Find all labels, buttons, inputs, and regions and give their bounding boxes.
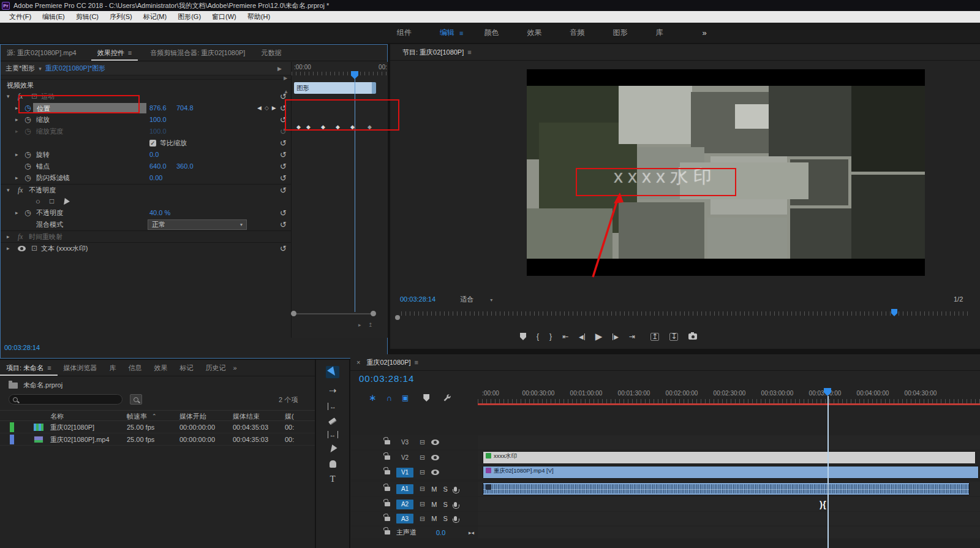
twirl-right-icon[interactable]: ▸ (15, 102, 18, 114)
keyframe-icon[interactable]: ◆ (350, 124, 355, 130)
uniform-scale-row[interactable]: ✓ 等比缩放 ↺ (1, 137, 291, 149)
lock-icon[interactable] (385, 455, 390, 460)
wrench-icon[interactable] (443, 394, 451, 402)
menu-file[interactable]: 文件(F) (4, 12, 37, 21)
timeline-ruler[interactable]: :00:00 00:00:30:00 00:01:00:00 00:01:30:… (478, 389, 980, 405)
pane-play-icon[interactable]: ▶ (284, 75, 287, 81)
play-audio-icon[interactable]: ▸ (358, 322, 361, 328)
razor-tool[interactable] (326, 415, 339, 427)
solo-button[interactable]: S (443, 485, 447, 493)
keyframe-icon[interactable]: ◆ (368, 124, 372, 130)
selection-tool[interactable] (326, 366, 339, 378)
linked-selection-icon[interactable]: ▣ (402, 394, 409, 402)
project-row-sequence[interactable]: 重庆02[1080P] 25.00 fps 00:00:00:00 00:04:… (0, 421, 315, 433)
eye-icon[interactable] (431, 455, 439, 460)
step-forward-button[interactable]: ▶ (612, 333, 619, 340)
export-icon[interactable]: ↥ (368, 322, 373, 328)
track-lane-master[interactable] (478, 527, 980, 538)
rotation-value[interactable]: 0.0 (149, 149, 159, 161)
graphics-clip-bar[interactable]: 图形 (294, 82, 376, 94)
track-header-a1[interactable]: A1 ⊟ M S (350, 482, 478, 496)
lock-icon[interactable] (385, 517, 390, 521)
anchor-x-value[interactable]: 640.0 (149, 161, 167, 172)
track-badge[interactable]: V3 (396, 438, 413, 447)
stopwatch-icon[interactable]: ◷ (24, 114, 31, 126)
time-remap-row[interactable]: ▸ fx 时间重映射 (1, 230, 291, 242)
twirl-down-icon[interactable]: ▾ (7, 91, 10, 102)
menu-window[interactable]: 窗口(W) (206, 12, 242, 21)
play-toggle-icon[interactable]: ▶ (277, 66, 282, 72)
menu-marker[interactable]: 标记(M) (138, 12, 173, 21)
track-badge[interactable]: A1 (396, 484, 413, 494)
track-settings-icon[interactable]: ⊟ (420, 438, 425, 446)
scroll-handle-icon[interactable] (291, 311, 296, 316)
keyframe-icon[interactable]: ◆ (336, 124, 340, 130)
pen-tool[interactable] (326, 443, 339, 455)
mute-button[interactable]: M (431, 485, 437, 493)
lock-icon[interactable] (385, 502, 390, 506)
tab-history[interactable]: 历史记 (200, 360, 232, 376)
slip-tool[interactable]: ↔ (326, 428, 339, 441)
master-level-value[interactable]: 0.0 (436, 529, 445, 536)
track-settings-icon[interactable]: ⊟ (420, 468, 425, 476)
extract-button[interactable]: ↧ (669, 333, 678, 341)
keyframe-icon[interactable]: ◆ (321, 124, 325, 130)
reset-icon[interactable]: ↺ (280, 207, 287, 219)
opacity-param-row[interactable]: ▸ ◷ 不透明度 40.0 % ↺ (1, 207, 291, 219)
rotation-param-row[interactable]: ▸ ◷ 旋转 0.0 ↺ (1, 149, 291, 161)
mute-button[interactable]: M (431, 515, 437, 522)
scale-param-row[interactable]: ▸ ◷ 缩放 100.0 ↺ (1, 114, 291, 126)
twirl-right-icon[interactable]: ▸ (15, 172, 18, 184)
track-lane-a2[interactable] (478, 497, 980, 511)
keyframe-icon[interactable]: ◆ (296, 124, 301, 130)
tab-metadata[interactable]: 元数据 (255, 45, 287, 61)
tab-project[interactable]: 项目: 未命名 ≡ (0, 360, 58, 376)
reset-icon[interactable]: ↺ (280, 102, 287, 114)
rect-mask-icon[interactable]: □ (50, 196, 54, 207)
twirl-right-icon[interactable]: ▸ (7, 231, 10, 243)
stopwatch-icon[interactable]: ◷ (24, 102, 31, 114)
add-marker-button[interactable] (520, 333, 526, 340)
track-header-a3[interactable]: A3 ⊟ M S (350, 512, 478, 525)
mark-out-button[interactable]: } (549, 332, 552, 341)
add-marker-icon[interactable] (423, 394, 429, 401)
anti-flicker-param-row[interactable]: ▸ ◷ 防闪烁滤镜 0.00 ↺ (1, 172, 291, 184)
program-playhead[interactable] (891, 309, 897, 316)
scroll-up-icon[interactable]: ▲ (284, 89, 288, 94)
track-lane-v1[interactable]: 重庆02[1080P].mp4 [V] (478, 465, 980, 479)
clip-watermark[interactable]: xxxx水印 (483, 451, 976, 464)
go-to-in-button[interactable]: ⇤ (562, 332, 568, 341)
workspace-tab-assembly[interactable]: 组件 (397, 28, 412, 38)
opacity-value[interactable]: 40.0 % (149, 207, 170, 219)
twirl-right-icon[interactable]: ▸ (15, 114, 18, 126)
chevron-down-icon[interactable]: ▾ (39, 66, 42, 72)
mic-icon[interactable] (454, 487, 457, 492)
position-param-row[interactable]: ▸ ◷ 位置 876.6 704.8 ◀◇▶ ↺ (1, 102, 291, 114)
lock-icon[interactable] (385, 470, 390, 474)
track-header-v1[interactable]: V1 ⊟ (350, 465, 478, 479)
mute-button[interactable]: M (431, 501, 437, 508)
program-ruler[interactable] (396, 311, 975, 316)
label-color-chip[interactable] (10, 422, 14, 432)
workspace-tab-audio[interactable]: 音频 (570, 28, 584, 38)
column-media-start[interactable]: 媒体开始 (179, 411, 206, 422)
workspace-tab-effects[interactable]: 效果 (527, 28, 541, 38)
nest-icon[interactable]: ∗ (369, 392, 377, 403)
solo-button[interactable]: S (443, 501, 447, 508)
reset-icon[interactable]: ↺ (280, 137, 287, 149)
blend-mode-dropdown[interactable]: 正常 ▾ (148, 219, 247, 230)
anchor-y-value[interactable]: 360.0 (176, 161, 194, 172)
play-button[interactable]: ▶ (595, 331, 603, 342)
position-x-value[interactable]: 876.6 (149, 102, 167, 114)
fx-icon[interactable]: fx (18, 185, 23, 196)
workspace-menu-icon[interactable]: ≡ (459, 29, 463, 37)
track-settings-icon[interactable]: ⊟ (420, 485, 425, 493)
column-media-duration[interactable]: 媒( (285, 411, 294, 422)
track-badge[interactable]: A3 (396, 514, 413, 523)
reset-icon[interactable]: ↺ (280, 172, 287, 184)
menu-clip[interactable]: 剪辑(C) (70, 12, 104, 21)
tab-program[interactable]: 节目: 重庆02[1080P] ≡ (396, 44, 478, 60)
track-select-forward-tool[interactable]: ⇢ (326, 384, 339, 397)
track-settings-icon[interactable]: ⊟ (420, 500, 425, 508)
lock-icon[interactable] (385, 530, 390, 535)
